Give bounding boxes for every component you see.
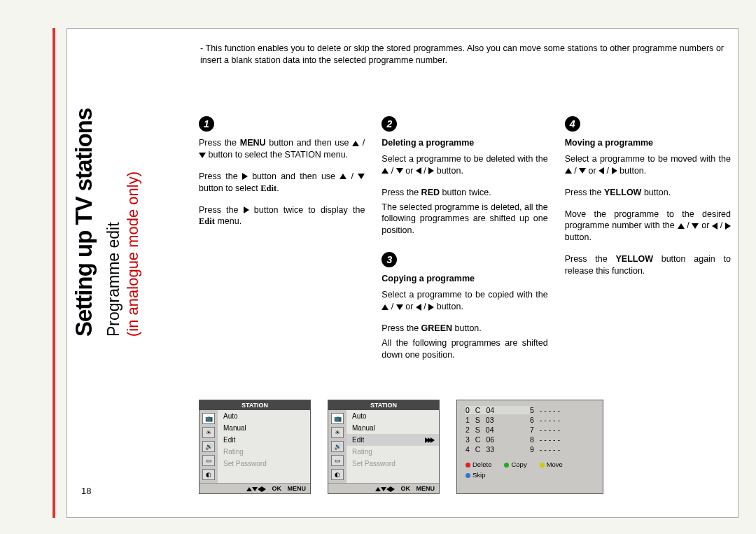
t: or [403, 166, 416, 176]
side-title: Setting up TV stations [71, 36, 97, 337]
down-arrow-icon [358, 174, 365, 179]
step-3-badge: 3 [382, 252, 397, 267]
yellow-label: YELLOW [604, 188, 641, 197]
t: button and then use [248, 171, 340, 181]
t: or [699, 220, 712, 230]
osd-item-rating: Rating [218, 446, 310, 458]
t: button. [565, 232, 592, 242]
intro-body: This function enables you to delete or s… [200, 43, 724, 65]
green-label: GREEN [421, 323, 452, 333]
page-number: 18 [81, 486, 91, 496]
down-arrow-icon [252, 487, 258, 491]
prog-row: 4 C 33 [465, 445, 530, 454]
step-4-col: 4 Moving a programme Select a programme … [565, 116, 731, 370]
step-3-heading: Copying a programme [382, 273, 547, 285]
triple-right-arrow-icon [425, 435, 433, 445]
prog-row: 2 S 04 [465, 426, 530, 434]
step-2-3-col: 2 Deleting a programme Select a programm… [382, 116, 547, 370]
t: button and then use [266, 138, 353, 148]
legend-delete: Delete [472, 461, 491, 468]
tv-icon: 📺 [202, 413, 215, 424]
ok-label: OK [400, 485, 410, 492]
sound-icon: 🔊 [331, 441, 344, 452]
down-arrow-icon [579, 168, 586, 174]
osd-menu-1: STATION 📺 ☀ 🔊 ▭ ◐ Auto Manual Edit Ratin… [199, 400, 311, 494]
t: button twice. [440, 188, 491, 197]
t: button to select [199, 183, 260, 193]
prog-col-right: 5- - - - - 6- - - - - 7- - - - - 8- - - … [530, 406, 594, 454]
t: / [359, 138, 365, 148]
osd-items: Auto Manual Edit Rating Set Password [218, 410, 310, 483]
t: Press the [199, 205, 244, 215]
t: / [604, 166, 611, 176]
osd-header: STATION [200, 400, 310, 410]
prog-row: 6- - - - - [530, 416, 594, 424]
osd-screenshots-row: STATION 📺 ☀ 🔊 ▭ ◐ Auto Manual Edit Ratin… [199, 400, 603, 494]
t: or [586, 166, 598, 176]
down-arrow-icon [396, 304, 403, 310]
picture-icon: ☀ [202, 427, 215, 438]
step-4-badge: 4 [565, 116, 580, 132]
down-arrow-icon [692, 223, 699, 229]
t: button. [434, 302, 463, 311]
t: / [421, 302, 428, 311]
t: button. [641, 188, 671, 197]
yellow-label: YELLOW [616, 254, 653, 264]
step-1-badge: 1 [199, 116, 214, 132]
prog-row: 7- - - - - [530, 426, 594, 434]
manual-page: Setting up TV stations Programme edit (i… [66, 28, 738, 518]
up-arrow-icon [340, 174, 346, 179]
t: / [388, 302, 396, 311]
right-arrow-icon [725, 223, 731, 230]
t: Press the [199, 138, 240, 148]
down-arrow-icon [199, 153, 206, 158]
sidebar: Setting up TV stations Programme edit (i… [71, 36, 183, 337]
picture-icon: ☀ [331, 427, 344, 438]
step-2-heading: Deleting a programme [382, 137, 547, 149]
prog-row: 8- - - - - [530, 435, 594, 444]
t: Select a programme to be deleted with th… [382, 154, 547, 164]
legend-skip: Skip [472, 471, 485, 479]
t: / [346, 171, 358, 181]
t: . [276, 183, 279, 193]
prog-row: 3 C 06 [465, 435, 530, 444]
prog-row: 5- - - - - [530, 406, 594, 414]
t: / [685, 220, 692, 230]
step-1-col: 1 Press the MENU button and then use / b… [199, 116, 365, 370]
tv-icon: 📺 [331, 413, 344, 424]
t: / [388, 166, 396, 176]
left-arrow-icon [416, 167, 421, 174]
up-arrow-icon [382, 304, 388, 310]
t: Select a programme to be copied with the [382, 290, 547, 300]
time-icon: ◐ [331, 469, 344, 480]
legend-move: Move [547, 461, 563, 468]
t: Press the [382, 188, 421, 197]
up-arrow-icon [246, 487, 252, 491]
prog-row: 9- - - - - [530, 445, 594, 454]
prog-col-left: 0 C 04 1 S 03 2 S 04 3 [465, 406, 530, 454]
step-2-body: The selected programme is deleted, all t… [382, 202, 547, 237]
side-subtitle: Programme edit [104, 36, 123, 337]
yellow-dot-icon [540, 463, 545, 468]
red-label: RED [421, 188, 440, 197]
up-arrow-icon [565, 168, 572, 174]
left-arrow-icon [712, 223, 718, 230]
down-arrow-icon [396, 168, 403, 174]
menu-label: MENU [288, 485, 307, 492]
t: menu. [215, 216, 241, 226]
colour-legend: Delete Copy Move Skip [465, 461, 594, 479]
osd-menu-2: STATION 📺 ☀ 🔊 ▭ ◐ Auto Manual Edit Ratin… [328, 400, 440, 494]
right-arrow-icon [244, 206, 249, 213]
t: button twice to display the [249, 205, 365, 215]
t: / [718, 220, 725, 230]
t: / [572, 166, 579, 176]
step-3-body: All the following programmes are shifted… [382, 337, 547, 361]
osd-item-auto: Auto [218, 410, 310, 422]
up-arrow-icon [382, 168, 388, 174]
t: Press the [382, 323, 421, 333]
blue-dot-icon [465, 473, 470, 478]
up-arrow-icon [375, 487, 381, 491]
menu-label: MENU [240, 138, 266, 148]
t: button to select the STATION menu. [206, 150, 348, 160]
osd-footer: OK MENU [200, 483, 310, 493]
